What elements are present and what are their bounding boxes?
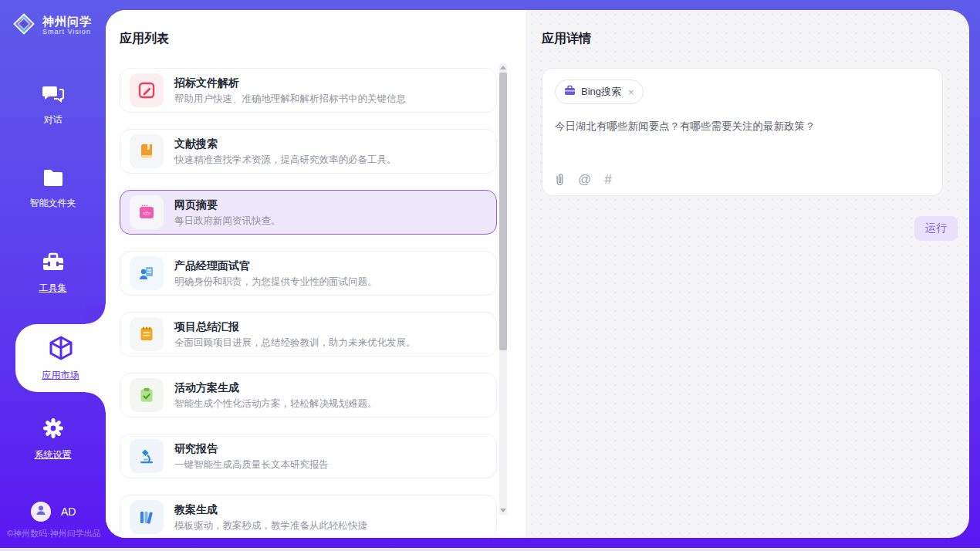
scroll-up-icon[interactable]: [500, 66, 506, 69]
avatar: [31, 502, 51, 522]
sidebar-item-label: 对话: [44, 113, 63, 127]
microscope-icon: [130, 439, 164, 473]
app-desc: 一键智能生成高质量长文本研究报告: [174, 459, 329, 471]
person-icon: [35, 504, 47, 519]
content-area: 应用列表 招标文件解析 帮助用户快速、准确地理解和解析招标书中的关键信息: [106, 10, 969, 538]
app-desc: 模板驱动，教案秒成，教学准备从此轻松快捷: [174, 520, 367, 532]
app-title: 研究报告: [174, 442, 329, 455]
book-icon: [130, 134, 164, 168]
app-list-title: 应用列表: [120, 31, 512, 47]
interviewer-icon: [130, 256, 164, 290]
sidebar-active-bubble: 应用市场: [15, 324, 106, 392]
chat-icon: [42, 83, 65, 108]
app-title: 项目总结汇报: [174, 320, 416, 333]
app-title: 文献搜索: [174, 137, 397, 150]
hash-icon[interactable]: #: [604, 173, 611, 186]
app-card-web-summary[interactable]: </> 网页摘要 每日政府新闻资讯快查。: [120, 190, 497, 235]
app-detail-title: 应用详情: [542, 31, 969, 47]
input-toolbar: @ #: [555, 173, 930, 186]
app-card-pm-interviewer[interactable]: 产品经理面试官 明确身份和职责，为您提供专业性的面试问题。: [120, 251, 497, 296]
scroll-down-icon[interactable]: [500, 509, 506, 512]
pen-square-icon: [130, 73, 164, 107]
app-desc: 每日政府新闻资讯快查。: [174, 215, 281, 227]
user-account[interactable]: AD: [31, 502, 76, 522]
browser-code-icon: </>: [130, 195, 164, 229]
cube-icon: [49, 335, 73, 364]
app-desc: 帮助用户快速、准确地理解和解析招标书中的关键信息: [174, 93, 406, 105]
brand-logo: 神州问学 Smart Vision: [11, 11, 92, 40]
sidebar-item-settings[interactable]: 系统设置: [0, 417, 106, 461]
copyright: ©神州数码·神州问学出品: [7, 528, 101, 539]
sidebar-item-label: 应用市场: [42, 369, 79, 382]
sidebar-item-label: 智能文件夹: [30, 197, 76, 210]
query-text[interactable]: 今日湖北有哪些新闻要点？有哪些需要关注的最新政策？: [555, 119, 930, 134]
app-card-research-report[interactable]: 研究报告 一键智能生成高质量长文本研究报告: [120, 434, 497, 478]
page-bottom-strip: [0, 548, 980, 551]
app-list-panel: 应用列表 招标文件解析 帮助用户快速、准确地理解和解析招标书中的关键信息: [106, 10, 527, 538]
app-card-event-plan[interactable]: 活动方案生成 智能生成个性化活动方案，轻松解决规划难题。: [120, 373, 497, 417]
app-card-lesson-plan[interactable]: 教案生成 模板驱动，教案秒成，教学准备从此轻松快捷: [120, 495, 497, 538]
brand-subtitle: Smart Vision: [42, 28, 92, 36]
svg-text:</>: </>: [143, 211, 150, 216]
brand-name: 神州问学: [42, 15, 92, 28]
sidebar: 神州问学 Smart Vision 对话 智能文件夹: [0, 0, 106, 548]
diamond-gem-icon: [11, 11, 37, 40]
briefcase-icon: [564, 85, 576, 99]
sidebar-item-app-market[interactable]: 应用市场: [15, 335, 106, 382]
sidebar-item-toolset[interactable]: 工具集: [0, 252, 106, 295]
close-icon[interactable]: ×: [628, 87, 634, 97]
app-detail-panel: 应用详情 Bing搜索 × 今日湖北有哪些新闻要点？有哪些需要关注的最新政策？: [527, 10, 969, 538]
app-card-project-summary[interactable]: 项目总结汇报 全面回顾项目进展，总结经验教训，助力未来优化发展。: [120, 312, 497, 357]
scrollbar-thumb[interactable]: [499, 73, 507, 350]
app-title: 教案生成: [174, 503, 367, 516]
gear-icon: [42, 417, 65, 443]
prompt-input-card[interactable]: Bing搜索 × 今日湖北有哪些新闻要点？有哪些需要关注的最新政策？ @ #: [542, 68, 943, 196]
user-name: AD: [61, 505, 76, 518]
tool-tag-bing-search[interactable]: Bing搜索 ×: [555, 79, 644, 104]
app-desc: 智能生成个性化活动方案，轻松解决规划难题。: [174, 398, 377, 410]
app-card-bid-analysis[interactable]: 招标文件解析 帮助用户快速、准确地理解和解析招标书中的关键信息: [120, 68, 497, 113]
run-button[interactable]: 运行: [914, 216, 958, 241]
folder-icon: [42, 168, 65, 191]
app-title: 活动方案生成: [174, 381, 377, 394]
app-list: 招标文件解析 帮助用户快速、准确地理解和解析招标书中的关键信息 文献搜索 快速精…: [120, 68, 497, 538]
toolbox-icon: [42, 252, 65, 276]
sidebar-item-smart-folder[interactable]: 智能文件夹: [0, 168, 106, 210]
sidebar-item-label: 系统设置: [35, 448, 72, 461]
app-desc: 明确身份和职责，为您提供专业性的面试问题。: [174, 276, 377, 288]
at-sign-icon[interactable]: @: [578, 173, 591, 186]
app-title: 产品经理面试官: [174, 259, 377, 272]
notepad-icon: [130, 317, 164, 351]
app-title: 网页摘要: [174, 198, 281, 211]
app-desc: 快速精准查找学术资源，提高研究效率的必备工具。: [174, 154, 397, 166]
app-title: 招标文件解析: [174, 76, 406, 90]
sidebar-item-chat[interactable]: 对话: [0, 83, 106, 127]
sidebar-item-label: 工具集: [39, 282, 67, 295]
app-desc: 全面回顾项目进展，总结经验教训，助力未来优化发展。: [174, 337, 416, 349]
books-icon: [130, 500, 164, 534]
app-card-literature-search[interactable]: 文献搜索 快速精准查找学术资源，提高研究效率的必备工具。: [120, 129, 497, 174]
paperclip-icon[interactable]: [555, 173, 565, 186]
clipboard-check-icon: [130, 378, 164, 412]
app-list-scrollbar[interactable]: [499, 63, 507, 515]
tag-label: Bing搜索: [581, 85, 621, 99]
